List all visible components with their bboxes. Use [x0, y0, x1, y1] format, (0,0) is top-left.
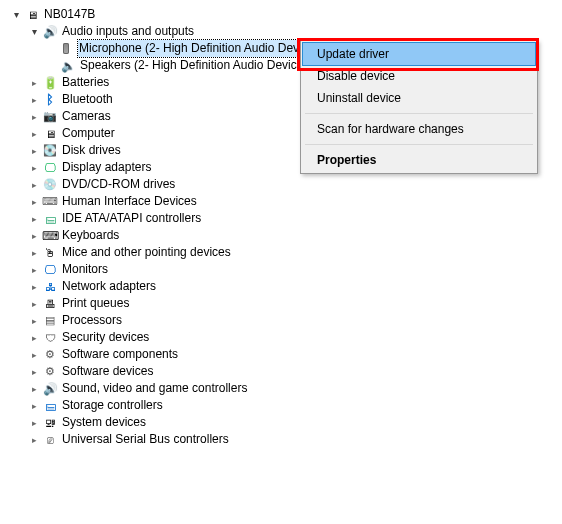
- category-print-queues[interactable]: Print queues: [10, 295, 562, 312]
- tree-root-row[interactable]: NB0147B: [10, 6, 562, 23]
- category-label: Software devices: [62, 363, 153, 380]
- expand-toggle[interactable]: [28, 179, 40, 191]
- category-software-components[interactable]: Software components: [10, 346, 562, 363]
- bluetooth-icon: [42, 92, 58, 108]
- computer-root-icon: [24, 7, 40, 23]
- category-label: Disk drives: [62, 142, 121, 159]
- expand-toggle[interactable]: [28, 383, 40, 395]
- category-label: Computer: [62, 125, 115, 142]
- expand-toggle[interactable]: [28, 230, 40, 242]
- computer-icon: [42, 126, 58, 142]
- system-icon: [42, 415, 58, 431]
- ctx-scan-hardware[interactable]: Scan for hardware changes: [303, 118, 535, 140]
- display-icon: [42, 160, 58, 176]
- category-software-devices[interactable]: Software devices: [10, 363, 562, 380]
- category-label: Print queues: [62, 295, 129, 312]
- expand-toggle[interactable]: [28, 94, 40, 106]
- category-label: Security devices: [62, 329, 149, 346]
- gear-icon: [42, 347, 58, 363]
- category-monitors[interactable]: Monitors: [10, 261, 562, 278]
- expand-toggle[interactable]: [28, 417, 40, 429]
- battery-icon: [42, 75, 58, 91]
- category-keyboards[interactable]: Keyboards: [10, 227, 562, 244]
- expand-toggle[interactable]: [28, 332, 40, 344]
- category-label: Storage controllers: [62, 397, 163, 414]
- category-storage-controllers[interactable]: Storage controllers: [10, 397, 562, 414]
- monitor-icon: [42, 262, 58, 278]
- ctx-uninstall-device[interactable]: Uninstall device: [303, 87, 535, 109]
- ctx-update-driver[interactable]: Update driver: [302, 42, 536, 66]
- category-usb-controllers[interactable]: Universal Serial Bus controllers: [10, 431, 562, 448]
- expand-toggle[interactable]: [28, 128, 40, 140]
- category-label: Software components: [62, 346, 178, 363]
- microphone-icon: [63, 43, 69, 54]
- tree-root-label: NB0147B: [44, 6, 95, 23]
- category-label: Universal Serial Bus controllers: [62, 431, 229, 448]
- category-label: Processors: [62, 312, 122, 329]
- category-mice[interactable]: Mice and other pointing devices: [10, 244, 562, 261]
- category-processors[interactable]: Processors: [10, 312, 562, 329]
- storage-icon: [42, 398, 58, 414]
- dvd-icon: [42, 177, 58, 193]
- disk-icon: [42, 143, 58, 159]
- category-label: IDE ATA/ATAPI controllers: [62, 210, 201, 227]
- expand-toggle[interactable]: [28, 77, 40, 89]
- expand-toggle[interactable]: [28, 400, 40, 412]
- printer-icon: [42, 296, 58, 312]
- category-security[interactable]: Security devices: [10, 329, 562, 346]
- category-audio[interactable]: Audio inputs and outputs: [10, 23, 562, 40]
- category-label: Monitors: [62, 261, 108, 278]
- expand-toggle[interactable]: [28, 196, 40, 208]
- category-label: Mice and other pointing devices: [62, 244, 231, 261]
- expand-toggle[interactable]: [28, 162, 40, 174]
- expand-toggle[interactable]: [28, 145, 40, 157]
- category-sound-video-game[interactable]: Sound, video and game controllers: [10, 380, 562, 397]
- ctx-item-label: Properties: [317, 153, 376, 167]
- category-label: Batteries: [62, 74, 109, 91]
- camera-icon: [42, 109, 58, 125]
- category-label: DVD/CD-ROM drives: [62, 176, 175, 193]
- category-network[interactable]: Network adapters: [10, 278, 562, 295]
- category-label: Network adapters: [62, 278, 156, 295]
- category-label: Cameras: [62, 108, 111, 125]
- audio-icon: [42, 24, 58, 40]
- category-dvd-cd[interactable]: DVD/CD-ROM drives: [10, 176, 562, 193]
- ctx-disable-device[interactable]: Disable device: [303, 65, 535, 87]
- category-ide[interactable]: IDE ATA/ATAPI controllers: [10, 210, 562, 227]
- ide-icon: [42, 211, 58, 227]
- speakers-icon: [60, 58, 76, 74]
- shield-icon: [42, 330, 58, 346]
- category-system-devices[interactable]: System devices: [10, 414, 562, 431]
- keyboard-icon: [42, 228, 58, 244]
- expand-toggle[interactable]: [28, 111, 40, 123]
- expand-toggle[interactable]: [28, 26, 40, 38]
- expand-toggle[interactable]: [28, 298, 40, 310]
- category-label: Human Interface Devices: [62, 193, 197, 210]
- gear-icon: [42, 364, 58, 380]
- expand-toggle[interactable]: [28, 213, 40, 225]
- expand-toggle[interactable]: [28, 366, 40, 378]
- ctx-item-label: Update driver: [317, 47, 389, 61]
- sound-icon: [42, 381, 58, 397]
- ctx-item-label: Uninstall device: [317, 91, 401, 105]
- expand-toggle[interactable]: [28, 247, 40, 259]
- expand-toggle[interactable]: [28, 315, 40, 327]
- expand-toggle[interactable]: [28, 349, 40, 361]
- network-icon: [42, 279, 58, 295]
- expand-toggle[interactable]: [10, 9, 22, 21]
- expand-toggle[interactable]: [28, 264, 40, 276]
- category-hid[interactable]: Human Interface Devices: [10, 193, 562, 210]
- ctx-separator: [305, 113, 533, 114]
- expand-toggle[interactable]: [28, 434, 40, 446]
- expand-toggle[interactable]: [28, 281, 40, 293]
- ctx-properties[interactable]: Properties: [303, 149, 535, 171]
- category-label: Keyboards: [62, 227, 119, 244]
- category-label: Sound, video and game controllers: [62, 380, 247, 397]
- ctx-separator: [305, 144, 533, 145]
- cpu-icon: [42, 313, 58, 329]
- context-menu: Update driver Disable device Uninstall d…: [300, 40, 538, 174]
- ctx-item-label: Disable device: [317, 69, 395, 83]
- mouse-icon: [42, 245, 58, 261]
- category-label: Display adapters: [62, 159, 151, 176]
- hid-icon: [42, 194, 58, 210]
